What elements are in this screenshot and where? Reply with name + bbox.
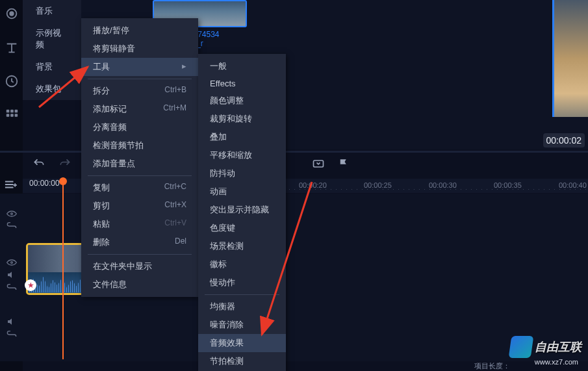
record-icon[interactable] <box>5 6 19 21</box>
speaker-icon[interactable] <box>6 270 17 279</box>
svg-point-11 <box>10 262 12 264</box>
svg-line-15 <box>262 182 312 335</box>
menu-separator <box>88 79 192 79</box>
submenu-crop-rotate[interactable]: 裁剪和旋转 <box>198 110 286 128</box>
submenu-color-adjust[interactable]: 颜色调整 <box>198 92 286 110</box>
svg-rect-5 <box>14 110 18 113</box>
menu-paste[interactable]: 粘贴Ctrl+V <box>81 215 198 233</box>
watermark-logo-icon <box>509 336 534 358</box>
track-controls <box>0 317 23 337</box>
ruler-tick: 00:00:40 <box>559 181 587 189</box>
text-icon[interactable] <box>5 40 19 55</box>
playhead[interactable] <box>62 177 64 359</box>
menu-tools[interactable]: 工具▸ <box>81 58 198 76</box>
link-icon[interactable] <box>6 283 17 290</box>
menu-detach-audio[interactable]: 分离音频 <box>81 118 198 136</box>
svg-rect-6 <box>6 114 9 117</box>
context-menu-main: 播放/暂停 将剪辑静音 工具▸ 拆分Ctrl+B 添加标记Ctrl+M 分离音频… <box>81 18 198 297</box>
link-icon[interactable] <box>6 330 17 337</box>
clip-effect-indicator[interactable]: ★ <box>25 279 36 291</box>
transition-icon[interactable] <box>312 157 325 170</box>
menu-show-in-folder[interactable]: 在文件夹中显示 <box>81 257 198 275</box>
menu-detect-beat[interactable]: 检测音频节拍 <box>81 136 198 155</box>
ruler-tick: 00:00:30 <box>429 181 457 189</box>
clock-icon[interactable] <box>5 74 19 88</box>
menu-cut[interactable]: 剪切Ctrl+X <box>81 197 198 215</box>
ruler-tick: 00:00:25 <box>364 181 392 189</box>
menu-delete[interactable]: 删除Del <box>81 233 198 251</box>
watermark-text: 自由互联 <box>535 339 582 355</box>
menu-add-marker[interactable]: 添加标记Ctrl+M <box>81 100 198 118</box>
menu-separator <box>88 254 192 255</box>
watermark-url: www.xz7.com <box>535 358 578 366</box>
annotation-arrow <box>36 62 94 110</box>
chevron-right-icon: ▸ <box>182 61 186 73</box>
svg-rect-8 <box>14 114 18 117</box>
watermark: 自由互联 <box>510 336 582 358</box>
preview-panel <box>552 0 588 117</box>
svg-point-10 <box>10 213 12 215</box>
redo-icon[interactable] <box>58 157 71 170</box>
svg-rect-7 <box>10 114 14 117</box>
submenu-overlay[interactable]: 叠加 <box>198 128 286 146</box>
link-icon[interactable] <box>6 222 17 228</box>
speaker-icon[interactable] <box>6 317 17 326</box>
eye-icon[interactable] <box>6 259 17 266</box>
ruler-tick: 00:00:35 <box>494 181 522 189</box>
track-controls <box>0 210 23 228</box>
submenu-general[interactable]: 一般 <box>198 57 286 75</box>
svg-rect-3 <box>6 110 9 113</box>
submenu-pan-zoom[interactable]: 平移和缩放 <box>198 146 286 164</box>
more-grid-icon[interactable] <box>5 108 19 122</box>
eye-icon[interactable] <box>6 210 17 218</box>
track-controls <box>0 259 23 290</box>
sidebar-item-sample-video[interactable]: 示例视频 <box>23 22 81 56</box>
menu-file-info[interactable]: 文件信息 <box>81 275 198 294</box>
undo-icon[interactable] <box>32 157 45 170</box>
svg-rect-4 <box>10 110 14 113</box>
menu-add-cue[interactable]: 添加音量点 <box>81 155 198 173</box>
submenu-beat-detect[interactable]: 节拍检测 <box>198 352 286 370</box>
menu-split[interactable]: 拆分Ctrl+B <box>81 82 198 100</box>
svg-line-13 <box>39 67 88 107</box>
menu-copy[interactable]: 复制Ctrl+C <box>81 179 198 197</box>
menu-play-pause[interactable]: 播放/暂停 <box>81 21 198 40</box>
svg-point-1 <box>10 12 14 16</box>
preview-timecode: 00:00:02 <box>543 133 585 147</box>
menu-mute-clip[interactable]: 将剪辑静音 <box>81 40 198 58</box>
menu-separator <box>88 175 192 176</box>
timeline-current-time: 00:00:00 <box>29 179 60 188</box>
flag-icon[interactable] <box>338 158 350 170</box>
sidebar-item-music[interactable]: 音乐 <box>23 0 81 22</box>
annotation-arrow <box>257 179 322 341</box>
add-track-icon[interactable] <box>3 179 18 190</box>
submenu-effects[interactable]: Effects <box>198 75 286 92</box>
status-project-length: 项目长度： <box>474 361 510 371</box>
